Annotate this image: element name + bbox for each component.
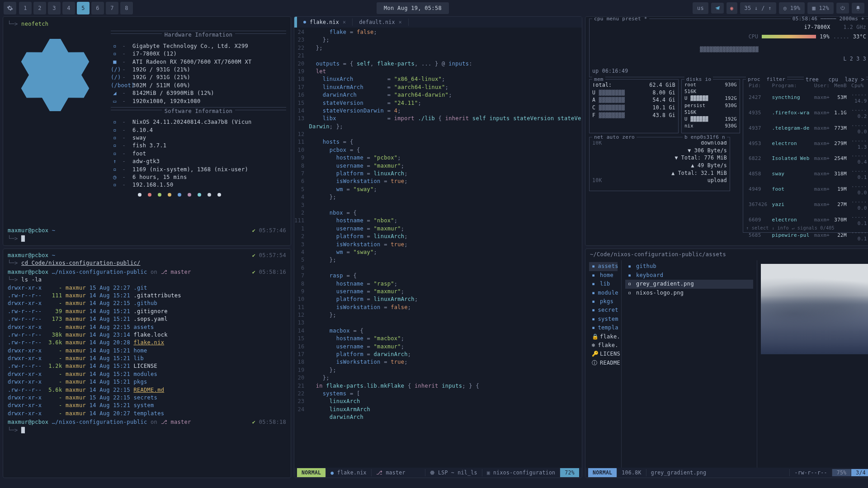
memory-usage[interactable]: ▦ 12% [807, 2, 834, 14]
file-row[interactable]: ▪github [625, 262, 753, 271]
file-row[interactable]: ▫grey_gradient.png [625, 280, 753, 288]
file-icon: 🔒 [592, 333, 597, 341]
terminal-neofetch[interactable]: └─> neofetch Hardware Information ▫ - Gi [3, 16, 291, 246]
file-icon: ▫ [628, 289, 633, 297]
folder-icon: ▪ [628, 272, 633, 279]
btop-proc-box: proc filter tree cpu lazy > Pid:Program:… [743, 79, 868, 233]
process-row[interactable]: 4953electronmaxm+279M..... 1.3 [747, 136, 868, 151]
file-icon: ⓘ [592, 359, 597, 367]
ls-row: .rw-r--r-- 111 maxmur 14 Aug 15:21 .gita… [8, 292, 286, 300]
file-row[interactable]: 🔑LICENS [589, 350, 618, 358]
workspace-7[interactable]: 7 [106, 2, 118, 14]
editor-neovim[interactable]: flake.nix×default.nix× 24232221201918171… [294, 16, 582, 478]
btop-disks-box: disks io root930G516KU ▓▓▓▓▓▓192Gpersist… [681, 79, 740, 133]
code-area[interactable]: flake = false; }; }; outputs = { self, f… [309, 28, 582, 478]
process-row[interactable]: 4949footmaxm+19M..... 0.0 [747, 182, 868, 197]
process-row[interactable]: 6822Isolated Webmaxm+254M..... 0.4 [747, 151, 868, 166]
file-icon: 🔑 [592, 350, 597, 358]
workspace-8[interactable]: 8 [120, 2, 133, 14]
process-row[interactable]: 4937.telegram-demaxm+773M..... 0.0 [747, 121, 868, 136]
file-row[interactable]: 🔒flake. [589, 333, 618, 341]
ls-row: .rw-r--r-- 39 maxmur 14 Aug 15:21 .gitig… [8, 308, 286, 315]
process-row[interactable]: 6236WebExtensionmaxm+483M..... 0.0 [747, 244, 868, 246]
file-row[interactable]: ▫nixos-logo.png [625, 289, 753, 297]
yazi-parent-column[interactable]: ▪assets▪home▪lib▪module▪pkgs▪secret▪syst… [585, 260, 622, 478]
ls-row: .rw-r--r-- 3.6k maxmur 14 Aug 20:28 flak… [8, 339, 286, 347]
workspace-2[interactable]: 2 [33, 2, 46, 14]
ls-row: drwxr-xr-x - maxmur 14 Aug 15:21 modules [8, 371, 286, 378]
process-table[interactable]: Pid:Program:User:MemBCpu%2427syncthingma… [746, 81, 868, 246]
info-row: ▫ - 1169 (nix-system), 1368 (nix-user) [111, 166, 286, 174]
tray-indicator[interactable]: ◉ [726, 2, 737, 14]
file-row[interactable]: ▪keyboard [625, 271, 753, 280]
folder-icon: ▪ [592, 263, 595, 270]
telegram-icon [715, 5, 720, 11]
folder-icon: ▪ [592, 298, 597, 305]
ls-row: .rw-r--r-- 1.2k maxmur 14 Aug 15:21 LICE… [8, 362, 286, 370]
keyboard-layout[interactable]: us [693, 2, 708, 14]
ls-row: drwxr-xr-x - maxmur 14 Aug 20:27 templat… [8, 410, 286, 418]
ls-row: .rw-r--r-- 173 maxmur 14 Aug 15:21 .sops… [8, 315, 286, 323]
topbar: 12345678 Mon Aug 19, 05:58 us ◉ 35 ↓ / ↑… [0, 0, 868, 16]
workspace-3[interactable]: 3 [48, 2, 61, 14]
file-row[interactable]: ▪pkgs [589, 297, 618, 306]
settings-button[interactable] [4, 2, 16, 14]
workspace-5[interactable]: 5 [77, 2, 90, 14]
network-speed[interactable]: 35 ↓ / ↑ [740, 2, 776, 14]
file-row[interactable]: ⓘREADME [589, 359, 618, 367]
workspace-6[interactable]: 6 [91, 2, 104, 14]
process-row[interactable]: 4858swaymaxm+318M..... 0.1 [747, 167, 868, 181]
tab-flake.nix[interactable]: flake.nix× [297, 19, 353, 26]
prompt-user: maxmur@pcbox [8, 227, 48, 234]
workspace-4[interactable]: 4 [62, 2, 75, 14]
mode-indicator: NORMAL [297, 468, 326, 478]
yazi-path: ~/Code/nixos-configuration-public/assets [585, 249, 868, 260]
color-palette [138, 193, 286, 197]
workspace-1[interactable]: 1 [19, 2, 32, 14]
ls-row: drwxr-xr-x - maxmur 15 Aug 22:15 secrets [8, 394, 286, 402]
hw-title: Hardware Information [162, 32, 236, 38]
cpu-usage[interactable]: ◎ 19% [779, 2, 805, 14]
circle-icon: ◉ [730, 5, 734, 11]
tab-default.nix[interactable]: default.nix× [353, 19, 409, 26]
file-row[interactable]: ▪module [589, 289, 618, 297]
file-row[interactable]: ▪home [589, 271, 618, 280]
power-icon [840, 5, 845, 11]
close-icon[interactable]: × [399, 19, 402, 26]
gear-icon [7, 5, 13, 11]
file-row[interactable]: ▪lib [589, 280, 618, 288]
btop-monitor[interactable]: cpu menu preset * 05:58:46 ───── 2000ms … [585, 16, 868, 246]
folder-icon: ▪ [592, 280, 597, 288]
info-row: ▫ - i7-7800X (12) [111, 50, 286, 58]
file-row[interactable]: ▪assets [589, 262, 618, 271]
ls-row: drwxr-xr-x - maxmur 14 Aug 22:15 assets [8, 324, 286, 331]
file-row[interactable]: ▪templa [589, 324, 618, 332]
process-row[interactable]: 2427syncthingmaxm+53M..... 14.9 [747, 90, 868, 105]
terminal-ls[interactable]: maxmur@pcbox ~ ✔ 05:57:54 └─> cd Code/ni… [3, 249, 291, 478]
notifications-button[interactable] [852, 3, 864, 14]
bell-icon [855, 5, 861, 11]
clock[interactable]: Mon Aug 19, 05:58 [377, 2, 449, 14]
btop-net-box: net auto zero b enp0s31f6 n 10K10K downl… [589, 137, 730, 191]
close-icon[interactable]: × [343, 19, 346, 26]
yazi-file-manager[interactable]: ~/Code/nixos-configuration-public/assets… [585, 249, 868, 478]
file-row[interactable]: ❄flake. [589, 341, 618, 350]
file-icon: ❄ [592, 342, 595, 349]
file-row[interactable]: ▪secret [589, 306, 618, 314]
folder-icon: ▪ [592, 315, 595, 323]
folder-icon: ▪ [628, 263, 633, 270]
info-row: ▫ - 192.168.1.50 [111, 181, 286, 189]
info-row: ■ - ATI Radeon RX 7600/7600 XT/7600M XT [111, 58, 286, 66]
power-button[interactable] [836, 3, 849, 14]
process-row[interactable]: 4935.firefox-wramaxm+1.1G..... 0.2 [747, 106, 868, 120]
folder-icon: ▪ [592, 289, 595, 297]
info-row: ▫ - foot [111, 150, 286, 158]
tray-telegram[interactable] [711, 3, 724, 14]
line-gutter: 242322212019181716151413 121110987654321… [294, 28, 309, 478]
process-row[interactable]: 367426yazimaxm+27M..... 0.0 [747, 197, 868, 212]
ls-row: drwxr-xr-x - maxmur 14 Aug 15:21 system [8, 402, 286, 409]
file-row[interactable]: ▪system [589, 315, 618, 324]
yazi-current-column[interactable]: ▪github▪keyboard▫grey_gradient.png▫nixos… [622, 260, 757, 478]
info-row: ▫ - fish 3.7.1 [111, 142, 286, 150]
info-row: ▭ - 1920x1080, 868x488 [111, 98, 286, 105]
